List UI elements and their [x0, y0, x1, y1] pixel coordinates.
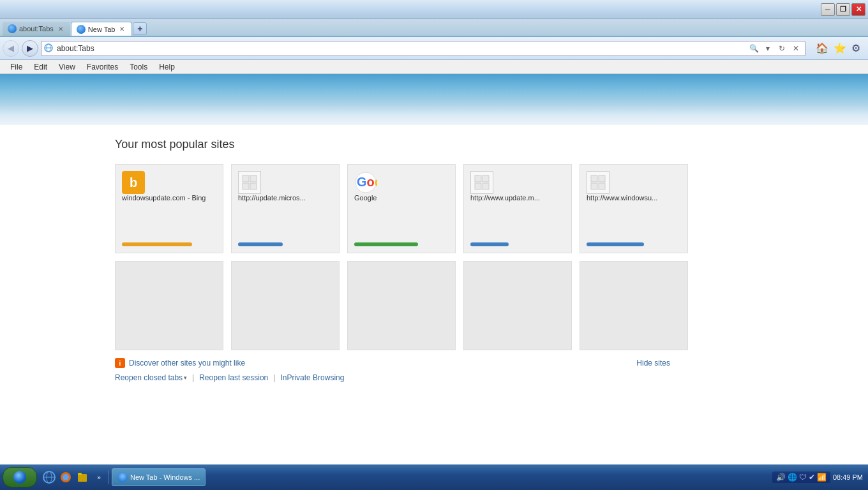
reopen-closed-tabs-container: Reopen closed tabs ▾ — [115, 373, 187, 382]
taskbar-ie-window[interactable]: New Tab - Windows ... — [112, 468, 206, 486]
ie-tab-icon — [8, 24, 17, 33]
menu-bar: File Edit View Favorites Tools Help — [0, 60, 868, 74]
tools-gear-icon[interactable]: ⚙ — [851, 42, 860, 54]
title-bar: ─ ❐ ✕ — [0, 0, 868, 19]
site-bar-winupdate1 — [238, 242, 283, 246]
browser-gradient-header — [0, 74, 868, 125]
tab-label-new: New Tab — [88, 26, 116, 33]
separator-1: | — [192, 373, 194, 382]
minimize-button[interactable]: ─ — [821, 3, 835, 16]
discover-text: Discover other sites you might like — [129, 359, 245, 368]
taskbar: » New Tab - Windows ... 🔊 🌐 🛡 ✔ 📶 08:49 … — [0, 464, 868, 490]
site-tile-bing[interactable]: b windowsupdate.com - Bing — [115, 164, 223, 253]
winupdate3-icon — [587, 171, 610, 194]
search-button[interactable]: 🔍 — [747, 42, 760, 55]
menu-tools[interactable]: Tools — [124, 61, 153, 73]
svg-rect-10 — [483, 175, 489, 182]
svg-point-21 — [63, 474, 69, 480]
tab-close-about[interactable]: ✕ — [56, 24, 65, 33]
site-name-bing: windowsupdate.com - Bing — [122, 194, 216, 237]
site-bar-google — [354, 242, 418, 246]
favorites-star-icon[interactable]: ⭐ — [834, 42, 846, 54]
close-button[interactable]: ✕ — [851, 3, 865, 16]
ql-arrow-icon[interactable]: » — [92, 470, 106, 484]
tab-bar: about:Tabs ✕ New Tab ✕ + — [0, 19, 868, 37]
discover-section[interactable]: i Discover other sites you might like — [115, 358, 245, 368]
tray-icon-4: 📶 — [817, 473, 827, 482]
tray-icon-shield: 🛡 — [799, 473, 807, 482]
navigation-bar: ◀ ▶ 🔍 ▾ ↻ ✕ 🏠 ⭐ ⚙ — [0, 37, 868, 60]
address-input[interactable] — [57, 44, 747, 53]
tray-icon-1: 🔊 — [776, 473, 786, 482]
restore-button[interactable]: ❐ — [836, 3, 850, 16]
svg-rect-12 — [483, 183, 489, 189]
window-controls: ─ ❐ ✕ — [821, 3, 865, 16]
tray-icon-3: ✔ — [809, 473, 815, 482]
svg-rect-11 — [475, 183, 481, 189]
back-button[interactable]: ◀ — [3, 40, 19, 57]
forward-button[interactable]: ▶ — [22, 40, 38, 57]
svg-rect-9 — [475, 175, 481, 182]
svg-rect-6 — [250, 183, 257, 189]
svg-rect-3 — [243, 175, 249, 182]
taskbar-window-label: New Tab - Windows ... — [130, 473, 200, 481]
inprivate-browsing-link[interactable]: InPrivate Browsing — [280, 373, 344, 382]
start-button[interactable] — [3, 467, 37, 487]
refresh-button[interactable]: ↻ — [775, 42, 788, 55]
tab-close-new[interactable]: ✕ — [117, 25, 126, 34]
stop-button[interactable]: ✕ — [789, 42, 802, 55]
site-tile-empty-3[interactable] — [347, 261, 456, 350]
bing-icon: b — [122, 171, 145, 194]
tab-new-tab[interactable]: New Tab ✕ — [71, 22, 133, 36]
discover-row: i Discover other sites you might like Hi… — [115, 358, 670, 368]
svg-rect-5 — [243, 183, 249, 189]
reopen-closed-tabs-link[interactable]: Reopen closed tabs — [115, 373, 183, 382]
hide-sites-link[interactable]: Hide sites — [636, 359, 670, 368]
reopen-dropdown-arrow[interactable]: ▾ — [184, 375, 187, 381]
page-title: Your most popular sites — [115, 138, 868, 151]
svg-rect-15 — [591, 183, 597, 189]
start-orb-icon — [13, 471, 26, 484]
address-dropdown[interactable]: ▾ — [761, 42, 774, 55]
site-bar-winupdate2 — [470, 242, 509, 246]
site-tile-winupdate2[interactable]: http://www.update.m... — [463, 164, 572, 253]
content-area: Your most popular sites b windowsupdate.… — [0, 125, 868, 466]
menu-view[interactable]: View — [54, 61, 80, 73]
site-tile-winupdate3[interactable]: http://www.windowsu... — [580, 164, 688, 253]
menu-edit[interactable]: Edit — [29, 61, 52, 73]
separator-2: | — [273, 373, 275, 382]
reopen-last-session-link[interactable]: Reopen last session — [199, 373, 268, 382]
svg-rect-23 — [78, 473, 82, 475]
google-icon: Goog — [354, 171, 377, 194]
tab-label-about: about:Tabs — [19, 25, 54, 33]
menu-help[interactable]: Help — [154, 61, 180, 73]
site-bar-bing — [122, 242, 192, 246]
svg-rect-14 — [599, 175, 605, 182]
site-tile-empty-5[interactable] — [580, 261, 688, 350]
home-icon[interactable]: 🏠 — [816, 42, 828, 54]
site-tile-empty-4[interactable] — [463, 261, 572, 350]
tab-about-tabs[interactable]: about:Tabs ✕ — [3, 22, 70, 36]
site-tile-google[interactable]: Goog Google — [347, 164, 456, 253]
sites-row-2 — [115, 261, 868, 350]
winupdate2-icon — [470, 171, 493, 194]
site-name-google: Google — [354, 194, 449, 237]
site-tile-empty-2[interactable] — [231, 261, 340, 350]
site-name-winupdate1: http://update.micros... — [238, 194, 333, 237]
ql-ie-icon[interactable] — [42, 470, 56, 484]
ie-tab-icon2 — [77, 25, 86, 34]
ql-firefox-icon[interactable] — [59, 470, 73, 484]
menu-file[interactable]: File — [5, 61, 27, 73]
site-tile-empty-1[interactable] — [115, 261, 223, 350]
svg-text:Goog: Goog — [357, 175, 377, 189]
menu-favorites[interactable]: Favorites — [82, 61, 123, 73]
address-bar-container: 🔍 ▾ ↻ ✕ — [41, 41, 805, 56]
system-clock: 08:49 PM — [833, 473, 863, 481]
site-tile-winupdate1[interactable]: http://update.micros... — [231, 164, 340, 253]
quick-launch: » — [40, 470, 109, 484]
svg-rect-4 — [250, 175, 257, 182]
site-name-winupdate2: http://www.update.m... — [470, 194, 565, 237]
new-tab-button[interactable]: + — [133, 22, 147, 35]
address-icon — [44, 43, 54, 54]
ql-files-icon[interactable] — [75, 470, 89, 484]
